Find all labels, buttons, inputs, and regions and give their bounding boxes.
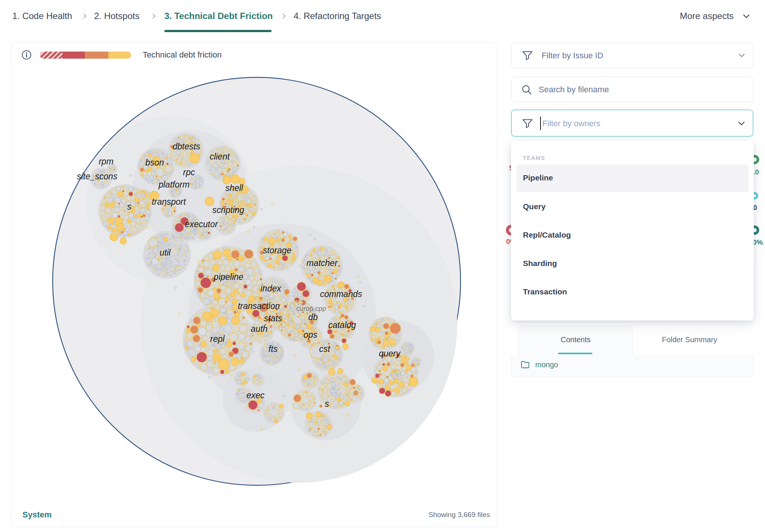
- svg-text:0%: 0%: [753, 238, 763, 246]
- svg-text:.0: .0: [753, 168, 759, 176]
